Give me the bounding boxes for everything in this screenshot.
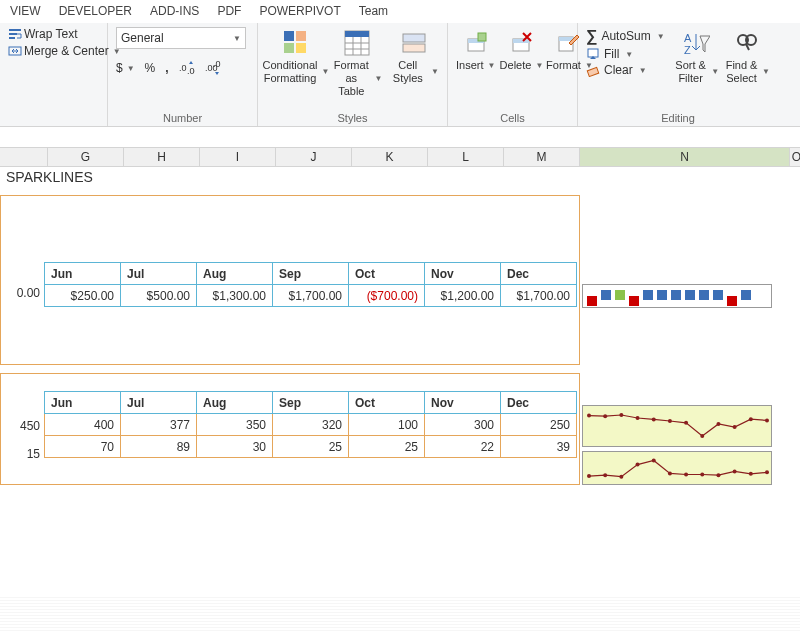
cell[interactable]: $500.00: [121, 285, 197, 307]
merge-center-button[interactable]: Merge & Center ▼: [8, 44, 121, 58]
cell[interactable]: 400: [45, 414, 121, 436]
group-cells-label: Cells: [456, 110, 569, 124]
worksheet[interactable]: SPARKLINES Jun Jul Aug Sep Oct Nov Dec $…: [0, 167, 800, 627]
cell[interactable]: $1,700.00: [501, 285, 577, 307]
col-h[interactable]: H: [124, 148, 200, 166]
line-sparkline-2[interactable]: [582, 451, 772, 485]
col-m[interactable]: M: [504, 148, 580, 166]
svg-point-40: [684, 421, 688, 425]
line-sparkline-1[interactable]: [582, 405, 772, 447]
format-as-table-icon: [343, 29, 371, 57]
svg-rect-8: [284, 31, 294, 41]
autosum-button[interactable]: ∑AutoSum▼: [586, 27, 668, 45]
cell-lead[interactable]: 450: [0, 419, 44, 433]
chevron-down-icon: ▼: [639, 66, 647, 75]
tab-team[interactable]: Team: [359, 4, 388, 18]
svg-point-35: [603, 414, 607, 418]
insert-button[interactable]: Insert▼: [456, 27, 495, 72]
svg-rect-19: [403, 44, 425, 52]
hdr-sep: Sep: [273, 263, 349, 285]
svg-rect-18: [403, 34, 425, 42]
increase-decimal-button[interactable]: .0.00: [179, 61, 195, 75]
cell[interactable]: 250: [501, 414, 577, 436]
col-g[interactable]: G: [48, 148, 124, 166]
svg-rect-9: [296, 31, 306, 41]
col-o[interactable]: O: [790, 148, 800, 166]
cell-negative[interactable]: ($700.00): [349, 285, 425, 307]
tab-view[interactable]: VIEW: [10, 4, 41, 18]
cell[interactable]: $1,700.00: [273, 285, 349, 307]
cell[interactable]: 70: [45, 436, 121, 458]
numeric-table[interactable]: Jun Jul Aug Sep Oct Nov Dec 400 377 350 …: [44, 391, 577, 458]
cell-styles-button[interactable]: Cell Styles▼: [389, 27, 440, 85]
table-row[interactable]: $250.00 $500.00 $1,300.00 $1,700.00 ($70…: [45, 285, 577, 307]
cell[interactable]: 100: [349, 414, 425, 436]
svg-point-45: [765, 418, 769, 422]
svg-rect-11: [296, 43, 306, 53]
hdr-nov: Nov: [425, 263, 501, 285]
table-row[interactable]: 70 89 30 25 25 22 39: [45, 436, 577, 458]
merge-icon: [8, 44, 22, 58]
hdr-oct: Oct: [349, 263, 425, 285]
winloss-sparkline[interactable]: [582, 284, 772, 308]
chevron-down-icon: ▼: [762, 67, 770, 77]
sigma-icon: ∑: [586, 27, 597, 45]
cell[interactable]: 89: [121, 436, 197, 458]
svg-rect-22: [478, 33, 486, 41]
svg-point-42: [716, 422, 720, 426]
delete-button[interactable]: Delete▼: [501, 27, 541, 72]
tab-powerpivot[interactable]: POWERPIVOT: [259, 4, 340, 18]
cell[interactable]: $1,300.00: [197, 285, 273, 307]
cell[interactable]: 39: [501, 436, 577, 458]
svg-point-38: [652, 417, 656, 421]
clear-button[interactable]: Clear▼: [586, 63, 668, 77]
tab-pdf[interactable]: PDF: [217, 4, 241, 18]
format-as-table-button[interactable]: Format as Table▼: [332, 27, 383, 99]
col-l[interactable]: L: [428, 148, 504, 166]
svg-point-53: [700, 473, 704, 477]
cell[interactable]: 300: [425, 414, 501, 436]
table-row[interactable]: 400 377 350 320 100 300 250: [45, 414, 577, 436]
tab-addins[interactable]: ADD-INS: [150, 4, 199, 18]
svg-point-43: [733, 425, 737, 429]
col-blank[interactable]: [0, 148, 48, 166]
cell-lead[interactable]: 0.00: [0, 286, 44, 300]
svg-point-41: [700, 434, 704, 438]
cell[interactable]: 30: [197, 436, 273, 458]
table-header-row: Jun Jul Aug Sep Oct Nov Dec: [45, 392, 577, 414]
cell[interactable]: 22: [425, 436, 501, 458]
tab-developer[interactable]: DEVELOPER: [59, 4, 132, 18]
svg-point-44: [749, 417, 753, 421]
col-j[interactable]: J: [276, 148, 352, 166]
cell[interactable]: 25: [349, 436, 425, 458]
group-editing-label: Editing: [586, 110, 770, 124]
fill-button[interactable]: Fill▼: [586, 47, 668, 61]
svg-point-39: [668, 419, 672, 423]
decrease-decimal-button[interactable]: .00.0: [205, 61, 221, 75]
cell[interactable]: $250.00: [45, 285, 121, 307]
number-format-select[interactable]: General ▼: [116, 27, 246, 49]
cell[interactable]: 350: [197, 414, 273, 436]
col-k[interactable]: K: [352, 148, 428, 166]
sort-filter-button[interactable]: AZ Sort & Filter▼: [674, 27, 719, 85]
find-select-button[interactable]: Find & Select▼: [725, 27, 770, 85]
currency-button[interactable]: $▼: [116, 61, 135, 75]
conditional-formatting-button[interactable]: Conditional Formatting▼: [266, 27, 326, 85]
svg-rect-1: [9, 33, 17, 35]
col-i[interactable]: I: [200, 148, 276, 166]
cell-lead[interactable]: 15: [0, 447, 44, 461]
cell[interactable]: 25: [273, 436, 349, 458]
comma-button[interactable]: ,: [165, 61, 168, 75]
currency-table[interactable]: Jun Jul Aug Sep Oct Nov Dec $250.00 $500…: [44, 262, 577, 307]
hdr-oct: Oct: [349, 392, 425, 414]
wrap-text-button[interactable]: Wrap Text: [8, 27, 121, 41]
table-header-row: Jun Jul Aug Sep Oct Nov Dec: [45, 263, 577, 285]
chevron-down-icon: ▼: [375, 74, 383, 84]
cell[interactable]: 377: [121, 414, 197, 436]
chevron-down-icon: ▼: [535, 61, 543, 71]
column-headers[interactable]: G H I J K L M N O: [0, 147, 800, 167]
cell[interactable]: $1,200.00: [425, 285, 501, 307]
cell[interactable]: 320: [273, 414, 349, 436]
col-n[interactable]: N: [580, 148, 790, 166]
percent-button[interactable]: %: [145, 61, 156, 75]
